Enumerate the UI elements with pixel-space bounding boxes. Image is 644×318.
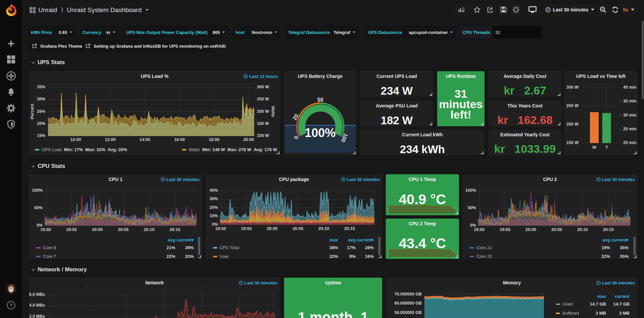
svg-text:?: ? <box>10 303 13 308</box>
svg-text:50: 50 <box>317 97 323 103</box>
